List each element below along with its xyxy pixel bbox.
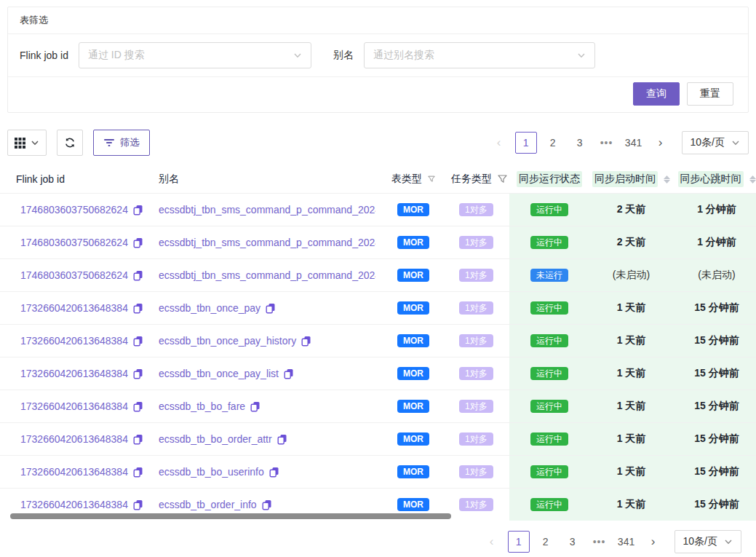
page-number-button[interactable]: 2 (542, 132, 564, 154)
table-row: 1732660420613648384ecssdb_tbn_once_pay_l… (0, 357, 756, 390)
column-header[interactable]: 表类型 (375, 165, 435, 193)
sync-jobs-table: Flink job id别名表类型任务类型同步运行状态同步启动时间同步心跳时间 … (0, 165, 756, 521)
sort-carets-icon[interactable] (749, 175, 756, 183)
table-type-cell: MOR (375, 456, 435, 488)
next-page-button[interactable]: › (642, 531, 664, 553)
column-settings-dropdown[interactable] (7, 130, 47, 156)
copy-icon[interactable] (133, 205, 143, 216)
alias-link[interactable]: ecssdb_tbn_once_pay_history (159, 335, 296, 347)
column-header[interactable]: 同步运行状态 (509, 165, 589, 193)
task-type-badge: 1对多 (459, 269, 493, 282)
table-type-cell: MOR (375, 357, 435, 390)
copy-icon[interactable] (266, 303, 276, 314)
alias-link[interactable]: ecssdbtj_tbn_sms_command_p_command_20240… (159, 204, 375, 216)
page-number-button[interactable]: 341 (616, 531, 637, 553)
page-number-button[interactable]: 2 (535, 531, 557, 553)
column-header-label: 同步运行状态 (517, 171, 582, 187)
job-id-link[interactable]: 1732660420613648384 (20, 335, 128, 347)
column-header[interactable]: 同步心跳时间 (673, 165, 756, 193)
page-number-button[interactable]: 3 (562, 531, 584, 553)
copy-icon[interactable] (301, 336, 311, 347)
job-id-cell: 1746803603750682624 (0, 259, 143, 291)
prev-page-button[interactable]: ‹ (488, 132, 510, 154)
alias-link[interactable]: ecssdb_tb_order_info (159, 499, 257, 510)
status-badge: 运行中 (530, 432, 568, 446)
job-id-link[interactable]: 1732660420613648384 (20, 499, 128, 510)
column-header[interactable]: 同步启动时间 (589, 165, 673, 193)
alias-cell: ecssdb_tbn_once_pay_history (143, 325, 375, 357)
alias-cell: ecssdb_tb_bo_fare (143, 390, 375, 422)
copy-icon[interactable] (262, 499, 272, 510)
reset-button[interactable]: 重置 (687, 82, 733, 106)
start-time-cell: 2 天前 (589, 226, 673, 258)
copy-icon[interactable] (133, 434, 143, 445)
copy-icon[interactable] (284, 368, 294, 379)
status-badge: 未运行 (530, 269, 568, 282)
copy-icon[interactable] (250, 401, 260, 412)
page-number-button[interactable]: 3 (569, 132, 591, 154)
copy-icon[interactable] (133, 336, 143, 347)
column-header[interactable]: 任务类型 (435, 165, 509, 193)
prev-page-button[interactable]: ‹ (481, 531, 503, 553)
copy-icon[interactable] (133, 467, 143, 478)
start-time-value: 2 天前 (617, 203, 646, 216)
start-time-value: 1 天前 (617, 400, 646, 413)
sort-carets-icon[interactable] (664, 175, 670, 183)
status-cell: 运行中 (509, 194, 589, 226)
alias-link[interactable]: ecssdb_tb_bo_fare (159, 400, 245, 412)
copy-icon[interactable] (277, 434, 287, 445)
page-number-button[interactable]: 1 (508, 531, 530, 553)
job-id-link[interactable]: 1732660420613648384 (20, 400, 128, 412)
job-id-link[interactable]: 1732660420613648384 (20, 433, 128, 445)
alias-link[interactable]: ecssdb_tb_bo_order_attr (159, 433, 272, 445)
alias-link[interactable]: ecssdb_tbn_once_pay_list (159, 368, 279, 379)
flink-job-id-select[interactable]: 通过 ID 搜索 (79, 42, 311, 68)
page-size-select[interactable]: 10条/页 (682, 131, 749, 154)
alias-link[interactable]: ecssdb_tbn_once_pay (159, 302, 260, 314)
start-time-value: (未启动) (613, 269, 650, 282)
copy-icon[interactable] (133, 401, 143, 412)
job-id-link[interactable]: 1746803603750682624 (20, 237, 128, 248)
status-cell: 运行中 (509, 423, 589, 455)
filter-toggle-button[interactable]: 筛选 (93, 130, 150, 156)
job-id-link[interactable]: 1732660420613648384 (20, 302, 128, 314)
task-type-cell: 1对多 (435, 456, 509, 488)
alias-cell: ecssdb_tb_bo_userinfo (143, 456, 375, 488)
start-time-value: 1 天前 (617, 334, 646, 347)
job-id-cell: 1746803603750682624 (0, 194, 143, 226)
copy-icon[interactable] (133, 237, 143, 248)
horizontal-scrollbar-thumb[interactable] (10, 513, 451, 519)
table-type-cell: MOR (375, 390, 435, 422)
task-type-badge: 1对多 (459, 432, 493, 446)
next-page-button[interactable]: › (650, 132, 672, 154)
copy-icon[interactable] (133, 368, 143, 379)
heartbeat-time-value: 1 分钟前 (697, 236, 736, 249)
page-ellipsis[interactable]: ••• (596, 132, 618, 154)
job-id-link[interactable]: 1746803603750682624 (20, 204, 128, 216)
start-time-value: 2 天前 (617, 236, 646, 249)
refresh-button[interactable] (57, 130, 83, 156)
copy-icon[interactable] (133, 303, 143, 314)
job-id-link[interactable]: 1746803603750682624 (20, 269, 128, 281)
page-number-button[interactable]: 1 (515, 132, 537, 154)
page-ellipsis[interactable]: ••• (589, 531, 610, 553)
alias-select[interactable]: 通过别名搜索 (364, 42, 595, 68)
job-id-cell: 1746803603750682624 (0, 226, 143, 258)
funnel-icon[interactable] (428, 175, 435, 183)
alias-link[interactable]: ecssdbtj_tbn_sms_command_p_command_20240… (159, 237, 375, 248)
table-body: 1746803603750682624ecssdbtj_tbn_sms_comm… (0, 193, 756, 521)
copy-icon[interactable] (133, 270, 143, 281)
start-time-value: 1 天前 (617, 465, 646, 478)
alias-link[interactable]: ecssdbtj_tbn_sms_command_p_command_20240… (159, 269, 375, 281)
copy-icon[interactable] (269, 467, 279, 478)
alias-link[interactable]: ecssdb_tb_bo_userinfo (159, 466, 264, 478)
heartbeat-time-value: 15 分钟前 (694, 400, 739, 413)
funnel-icon[interactable] (498, 175, 507, 183)
page-size-select[interactable]: 10条/页 (675, 530, 741, 553)
copy-icon[interactable] (133, 499, 143, 510)
job-id-link[interactable]: 1732660420613648384 (20, 368, 128, 379)
query-button[interactable]: 查询 (633, 82, 680, 106)
column-header: Flink job id (0, 165, 143, 193)
page-number-button[interactable]: 341 (623, 132, 645, 154)
job-id-link[interactable]: 1732660420613648384 (20, 466, 128, 478)
